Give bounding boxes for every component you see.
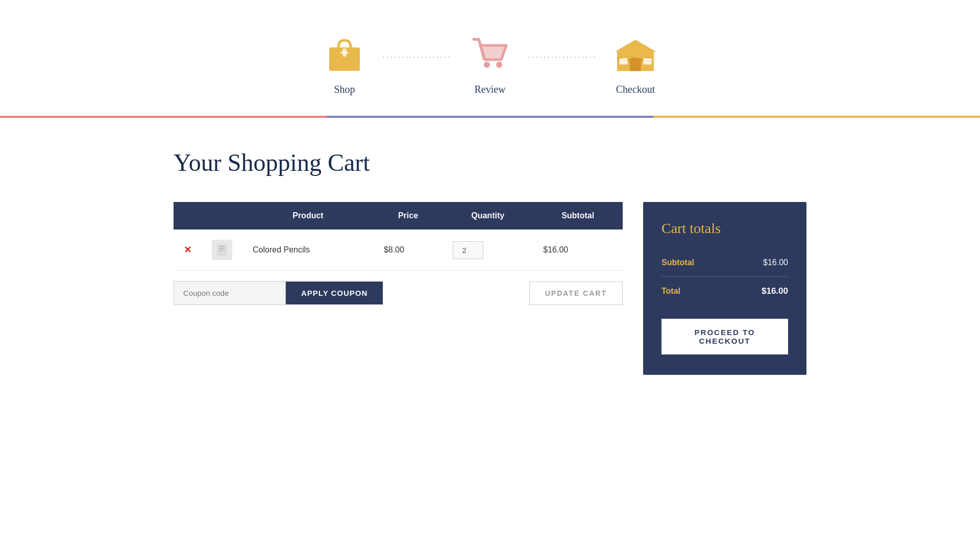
cart-layout: Product Price Quantity Subtotal ✕ [174, 202, 806, 375]
cart-totals-panel: Cart totals Subtotal $16.00 Total $16.00… [643, 202, 806, 375]
step-shop-label: Shop [334, 84, 355, 95]
quantity-input[interactable] [453, 241, 483, 259]
subtotal-value: $16.00 [763, 258, 788, 267]
svg-rect-15 [219, 248, 225, 249]
svg-rect-10 [630, 58, 641, 71]
totals-divider [662, 276, 788, 277]
subtotal-row: Subtotal $16.00 [662, 252, 788, 273]
coupon-input[interactable] [174, 281, 286, 305]
product-subtotal-cell: $16.00 [533, 230, 623, 271]
col-price: Price [374, 202, 443, 230]
coupon-row: APPLY COUPON UPDATE CART [174, 281, 623, 305]
svg-rect-14 [219, 246, 225, 247]
cart-totals-title: Cart totals [662, 220, 788, 237]
remove-cell: ✕ [174, 230, 202, 271]
step-checkout[interactable]: Checkout [612, 31, 658, 95]
total-row: Total $16.00 [662, 280, 788, 302]
store-icon [612, 31, 658, 77]
col-image [202, 202, 242, 230]
shop-bag-icon [322, 31, 368, 77]
cart-icon [467, 31, 513, 77]
subtotal-label: Subtotal [662, 258, 694, 267]
col-product: Product [242, 202, 374, 230]
svg-point-4 [496, 62, 502, 68]
apply-coupon-button[interactable]: APPLY COUPON [286, 282, 383, 304]
divider-bar [0, 116, 980, 118]
svg-rect-12 [643, 58, 651, 65]
product-thumbnail [212, 240, 232, 260]
svg-rect-2 [342, 48, 347, 57]
svg-rect-16 [219, 250, 223, 251]
col-quantity: Quantity [443, 202, 533, 230]
cart-table-section: Product Price Quantity Subtotal ✕ [174, 202, 623, 305]
col-subtotal: Subtotal [533, 202, 623, 230]
update-cart-button[interactable]: UPDATE CART [529, 282, 623, 305]
product-qty-cell [443, 230, 533, 271]
table-header-row: Product Price Quantity Subtotal [174, 202, 623, 230]
main-content: Your Shopping Cart Product Price Quantit… [133, 118, 847, 405]
total-value: $16.00 [762, 286, 788, 296]
dots-2: .................. [528, 52, 597, 75]
total-label: Total [662, 287, 680, 296]
product-name-cell: Colored Pencils [242, 230, 374, 271]
svg-marker-9 [615, 40, 656, 52]
remove-item-button[interactable]: ✕ [184, 244, 191, 256]
page-title: Your Shopping Cart [174, 148, 806, 176]
step-review-label: Review [474, 84, 505, 95]
table-row: ✕ Colored [174, 230, 623, 271]
product-price-cell: $8.00 [374, 230, 443, 271]
step-shop[interactable]: Shop [322, 31, 368, 95]
step-checkout-label: Checkout [616, 84, 655, 95]
dots-1: .................. [383, 52, 452, 75]
proceed-to-checkout-button[interactable]: PROCEED TO CHECKOUT [662, 319, 788, 354]
svg-rect-11 [620, 58, 628, 65]
progress-steps: Shop .................. Review .........… [0, 0, 980, 116]
col-remove [174, 202, 202, 230]
product-image-cell [202, 230, 242, 271]
cart-table: Product Price Quantity Subtotal ✕ [174, 202, 623, 271]
svg-point-3 [484, 62, 490, 68]
step-review[interactable]: Review [467, 31, 513, 95]
